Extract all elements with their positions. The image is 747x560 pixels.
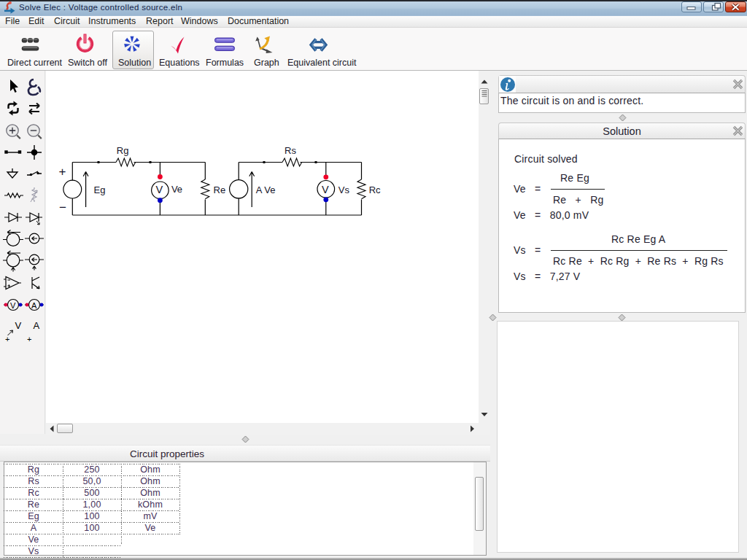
svg-text:+: +: [59, 165, 66, 179]
svg-text:Eg: Eg: [94, 184, 106, 195]
svg-text:Rg: Rg: [117, 145, 129, 156]
svg-text:V: V: [15, 320, 22, 331]
svg-text:−: −: [59, 201, 66, 214]
svg-text:Rs: Rs: [285, 145, 296, 156]
svg-text:A: A: [31, 301, 37, 310]
svg-text:Vs: Vs: [338, 184, 350, 195]
svg-text:Rc: Rc: [369, 184, 381, 195]
svg-text:+: +: [5, 335, 9, 343]
svg-text:A Ve: A Ve: [256, 184, 276, 195]
svg-text:V: V: [156, 184, 163, 195]
svg-text:V: V: [10, 301, 16, 310]
svg-text:Re: Re: [214, 184, 226, 195]
svg-text:A: A: [34, 320, 40, 331]
svg-text:Ve: Ve: [171, 184, 182, 195]
svg-text:+: +: [27, 335, 31, 343]
svg-text:V: V: [322, 184, 329, 195]
